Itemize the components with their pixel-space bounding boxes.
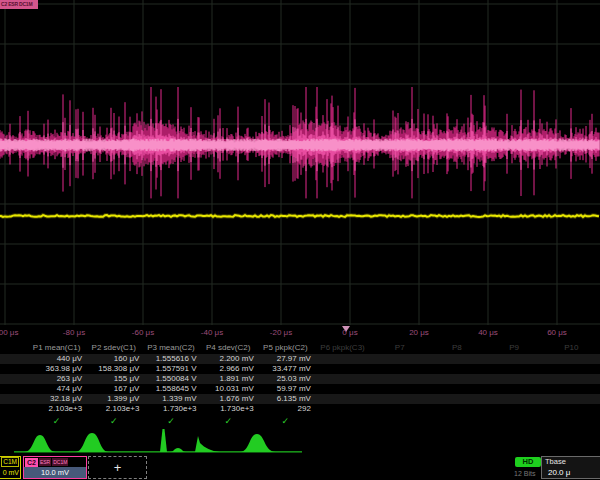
measure-value: 263 μV bbox=[28, 374, 85, 384]
c1-descriptor-box[interactable]: C1M 0 mV bbox=[0, 456, 21, 479]
measure-value: 1.730e+3 bbox=[200, 404, 257, 414]
measure-row-stub bbox=[0, 414, 28, 428]
measure-value: 1.555616 V bbox=[142, 354, 199, 364]
measure-value bbox=[428, 384, 485, 394]
measure-value: 2.966 mV bbox=[200, 364, 257, 374]
channel-bar: C1M 0 mV C2 ESR DC1M 10.0 mV + HD 12 Bit… bbox=[0, 455, 600, 480]
measure-header[interactable]: P4 sdev(C2) bbox=[200, 341, 257, 354]
measure-status: ✓ bbox=[142, 414, 199, 428]
timebase-value: 20.0 μ bbox=[548, 467, 570, 478]
measure-value: 1.891 mV bbox=[200, 374, 257, 384]
measure-value bbox=[428, 404, 485, 414]
c1-coupling-label: C1M bbox=[1, 457, 19, 467]
measure-header[interactable]: P9 bbox=[486, 341, 543, 354]
c2-mini-descriptor-badge: C2 ESR DC1M bbox=[0, 0, 38, 9]
measure-value: 1.558645 V bbox=[142, 384, 199, 394]
measure-value bbox=[486, 404, 543, 414]
measure-status: ✓ bbox=[257, 414, 314, 428]
measure-value: 2.103e+3 bbox=[28, 404, 85, 414]
measure-value: 27.97 mV bbox=[257, 354, 314, 364]
measure-row-stub bbox=[0, 364, 28, 374]
measure-status: ✓ bbox=[200, 414, 257, 428]
time-axis-label: -80 μs bbox=[63, 328, 85, 337]
measure-value: 1.550084 V bbox=[142, 374, 199, 384]
histicon-p3 bbox=[160, 429, 167, 452]
measure-value: 10.031 mV bbox=[200, 384, 257, 394]
measure-row-stub bbox=[0, 404, 28, 414]
c2-esr-badge: ESR bbox=[39, 458, 51, 466]
time-axis-label: -20 μs bbox=[270, 328, 292, 337]
measure-row-stub bbox=[0, 394, 28, 404]
measure-header[interactable]: P6 pkpk(C3) bbox=[314, 341, 371, 354]
measure-value bbox=[371, 394, 428, 404]
measure-value bbox=[371, 384, 428, 394]
measure-value: 6.135 mV bbox=[257, 394, 314, 404]
c2-channel-label: C2 bbox=[25, 458, 38, 467]
measure-table: P1 mean(C1)P2 sdev(C1)P3 mean(C2)P4 sdev… bbox=[0, 341, 600, 428]
measure-value: 32.18 μV bbox=[28, 394, 85, 404]
measure-status bbox=[428, 414, 485, 428]
measure-value bbox=[371, 354, 428, 364]
measure-value bbox=[486, 374, 543, 384]
measure-value: 33.477 mV bbox=[257, 364, 314, 374]
add-channel-button[interactable]: + bbox=[88, 456, 147, 479]
waveform-grid: C2 ESR DC1M bbox=[0, 0, 600, 341]
measure-value: 2.103e+3 bbox=[85, 404, 142, 414]
measure-value bbox=[314, 354, 371, 364]
measure-row-stub bbox=[0, 341, 28, 354]
histicon-p2 bbox=[75, 433, 109, 452]
histicon-p1 bbox=[24, 435, 56, 452]
measure-row-stub bbox=[0, 374, 28, 384]
measure-value: 59.97 mV bbox=[257, 384, 314, 394]
histicon-p3-tail bbox=[170, 448, 186, 452]
measure-value bbox=[314, 394, 371, 404]
measure-header[interactable]: P5 pkpk(C2) bbox=[257, 341, 314, 354]
measure-value bbox=[371, 374, 428, 384]
histicon-strip bbox=[0, 428, 600, 455]
measure-value: 158.308 μV bbox=[85, 364, 142, 374]
measure-value: 1.730e+3 bbox=[142, 404, 199, 414]
time-axis-label: 60 μs bbox=[547, 328, 567, 337]
measure-value bbox=[314, 404, 371, 414]
measure-status bbox=[371, 414, 428, 428]
measure-value bbox=[314, 374, 371, 384]
measure-value: 160 μV bbox=[85, 354, 142, 364]
time-axis-label: 40 μs bbox=[478, 328, 498, 337]
hd-mode-badge[interactable]: HD bbox=[515, 457, 541, 467]
timebase-label: Tbase bbox=[545, 457, 566, 467]
measure-value bbox=[428, 364, 485, 374]
measure-value: 1.557591 V bbox=[142, 364, 199, 374]
hd-bits-label: 12 Bits bbox=[514, 470, 535, 477]
oscilloscope-screen: C2 ESR DC1M -100 μs-80 μs-60 μs-40 μs-20… bbox=[0, 0, 600, 480]
measure-value bbox=[486, 354, 543, 364]
measure-header[interactable]: P3 mean(C2) bbox=[142, 341, 199, 354]
c2-descriptor-box[interactable]: C2 ESR DC1M 10.0 mV bbox=[23, 456, 87, 479]
histicon-p5 bbox=[240, 434, 276, 452]
measure-value bbox=[543, 354, 600, 364]
measure-header[interactable]: P2 sdev(C1) bbox=[85, 341, 142, 354]
measure-value: 155 μV bbox=[85, 374, 142, 384]
measure-header[interactable]: P10 bbox=[543, 341, 600, 354]
measure-header[interactable]: P7 bbox=[371, 341, 428, 354]
measure-value bbox=[371, 364, 428, 374]
measure-value bbox=[428, 374, 485, 384]
measure-value bbox=[543, 364, 600, 374]
measure-header[interactable]: P8 bbox=[428, 341, 485, 354]
measure-value bbox=[543, 384, 600, 394]
measure-value: 292 bbox=[257, 404, 314, 414]
histicon-plot bbox=[0, 428, 600, 455]
measure-value: 25.03 mV bbox=[257, 374, 314, 384]
timebase-descriptor-box[interactable]: Tbase 20.0 μ bbox=[541, 456, 600, 479]
measure-value bbox=[428, 354, 485, 364]
measure-status bbox=[486, 414, 543, 428]
time-axis-label: -60 μs bbox=[132, 328, 154, 337]
measure-header[interactable]: P1 mean(C1) bbox=[28, 341, 85, 354]
measure-value: 1.339 mV bbox=[142, 394, 199, 404]
measure-value bbox=[543, 394, 600, 404]
time-axis-label: -100 μs bbox=[0, 328, 18, 337]
measure-value: 363.98 μV bbox=[28, 364, 85, 374]
measure-value bbox=[543, 374, 600, 384]
measure-value bbox=[428, 394, 485, 404]
measure-value: 1.676 mV bbox=[200, 394, 257, 404]
measure-value bbox=[543, 404, 600, 414]
